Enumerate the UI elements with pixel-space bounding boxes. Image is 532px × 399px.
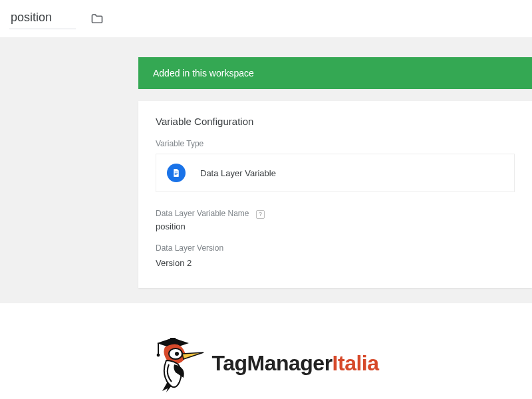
dlv-version-label: Data Layer Version <box>156 243 515 253</box>
workspace-status-banner: Added in this workspace <box>138 57 532 89</box>
brand-text: TagManagerItalia <box>211 351 378 376</box>
svg-point-8 <box>175 352 179 356</box>
variable-config-card: Variable Configuration Variable Type Dat… <box>138 101 532 288</box>
help-icon[interactable]: ? <box>256 210 265 219</box>
dlv-name-label: Data Layer Variable Name <box>156 209 249 218</box>
folder-icon[interactable] <box>88 9 106 28</box>
svg-marker-9 <box>182 352 203 359</box>
variable-type-selector[interactable]: Data Layer Variable <box>156 154 515 192</box>
branding-footer: TagManagerItalia <box>0 334 532 392</box>
svg-point-6 <box>157 354 160 357</box>
dlv-version-value: Version 2 <box>156 258 515 268</box>
variable-title-input[interactable] <box>9 8 76 29</box>
svg-rect-2 <box>175 174 177 175</box>
variable-type-label: Variable Type <box>156 139 515 148</box>
dlv-name-value: position <box>156 221 515 231</box>
variable-type-name: Data Layer Variable <box>200 168 276 178</box>
brand-part2: Italia <box>332 351 379 375</box>
card-title: Variable Configuration <box>156 116 515 127</box>
brand-part1: TagManager <box>211 351 332 375</box>
svg-rect-1 <box>175 173 178 174</box>
svg-rect-0 <box>175 172 178 172</box>
svg-rect-4 <box>170 338 176 341</box>
document-icon <box>167 164 186 182</box>
woodpecker-logo-icon <box>153 334 205 392</box>
